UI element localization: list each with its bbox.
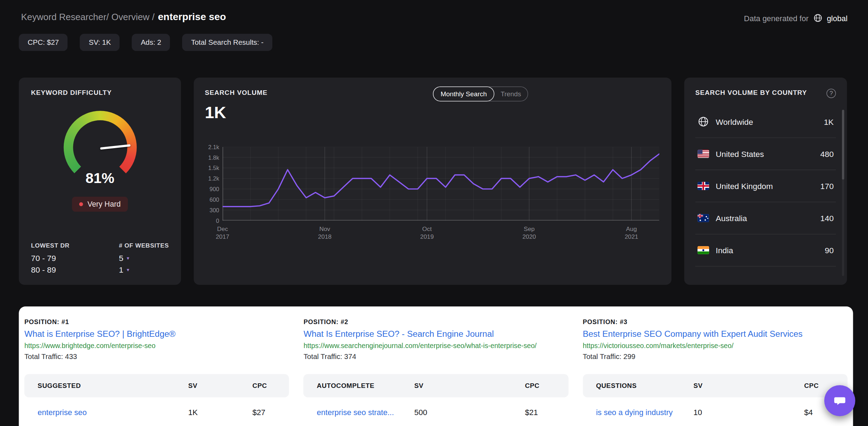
country-volume-title: SEARCH VOLUME BY COUNTRY — [695, 89, 807, 96]
column-header: QUESTIONS — [596, 382, 694, 390]
overview-cards: KEYWORD DIFFICULTY 81% Very Hard LOWEST … — [19, 78, 847, 285]
page-title-keyword: enterprise seo — [158, 11, 226, 22]
column-header: SV — [188, 382, 252, 390]
sv-cell: 1K — [188, 408, 252, 417]
lowest-dr-label: LOWEST DR — [31, 242, 69, 249]
table-header: SUGGESTED SV CPC — [24, 374, 289, 397]
scrollbar-thumb[interactable] — [842, 110, 844, 179]
badge-dot-icon — [79, 202, 83, 206]
country-row: Worldwide 1K — [695, 106, 836, 138]
keyword-link[interactable]: enterprise seo — [38, 408, 188, 417]
y-axis-label: 900 — [210, 185, 219, 192]
region-selector[interactable]: Data generated for global — [744, 13, 848, 23]
chat-button[interactable] — [824, 385, 855, 416]
sv-cell: 10 — [693, 408, 804, 417]
difficulty-badge-label: Very Hard — [87, 200, 120, 208]
region-label: Data generated for — [744, 14, 808, 23]
metric-chips: CPC: $27 SV: 1K Ads: 2 Total Search Resu… — [19, 34, 272, 51]
app-window: Keyword Researcher/ Overview /enterprise… — [0, 0, 868, 426]
result-title-link[interactable]: What Is Enterprise SEO? - Search Engine … — [304, 329, 569, 339]
result-url: https://victoriousseo.com/markets/enterp… — [583, 342, 848, 350]
y-axis-label: 1.8k — [208, 154, 219, 161]
position-label: POSITION: #2 — [304, 319, 569, 325]
scrollbar[interactable] — [842, 110, 844, 276]
country-row: United Kingdom 170 — [695, 170, 836, 202]
x-axis-label: Sep2020 — [522, 225, 536, 241]
result-traffic: Total Traffic: 299 — [583, 352, 848, 361]
cpc-chip: CPC: $27 — [19, 34, 68, 51]
result-url: https://www.brightedge.com/enterprise-se… — [24, 342, 289, 350]
table-header: AUTOCOMPLETE SV CPC — [304, 374, 569, 397]
country-value: 140 — [820, 214, 834, 223]
country-name: United States — [716, 150, 814, 158]
table-row: enterprise seo 1K $27 — [24, 397, 289, 426]
position-label: POSITION: #3 — [583, 319, 848, 325]
websites-count: 5 — [119, 253, 124, 264]
result-column-2: POSITION: #2 What Is Enterprise SEO? - S… — [304, 319, 569, 426]
country-row: United States 480 — [695, 138, 836, 170]
country-list: Worldwide 1K United States 480 United Ki… — [695, 106, 836, 267]
country-name: Worldwide — [716, 117, 817, 126]
x-axis-label: Dec2017 — [216, 225, 229, 241]
column-header: AUTOCOMPLETE — [317, 382, 414, 390]
result-traffic: Total Traffic: 433 — [24, 352, 289, 361]
questions-table: QUESTIONS SV CPC is seo a dying industry… — [583, 374, 848, 426]
country-value: 480 — [820, 150, 834, 158]
total-results-chip: Total Search Results: - — [182, 34, 272, 51]
result-title-link[interactable]: Best Enterprise SEO Company with Expert … — [583, 329, 848, 339]
column-header: CPC — [253, 382, 280, 390]
table-row: is seo a dying industry 10 $4 — [583, 397, 848, 426]
topbar: Keyword Researcher/ Overview /enterprise… — [21, 11, 848, 28]
suggested-table: SUGGESTED SV CPC enterprise seo 1K $27 — [24, 374, 289, 426]
websites-count-dropdown[interactable]: 5 ▾ — [119, 253, 169, 264]
x-axis-label: Aug2021 — [625, 225, 638, 241]
breadcrumb-path[interactable]: Keyword Researcher/ Overview / — [21, 12, 155, 22]
y-axis-label: 2.1k — [208, 144, 219, 150]
websites-count-dropdown[interactable]: 1 ▾ — [119, 264, 169, 276]
toggle-monthly-search[interactable]: Monthly Search — [433, 86, 495, 101]
us-flag-icon — [698, 150, 709, 158]
result-title-link[interactable]: What is Enterprise SEO? | BrightEdge® — [24, 329, 289, 339]
sv-chip: SV: 1K — [80, 34, 120, 51]
dr-stats: LOWEST DR 70 - 79 80 - 89 # OF WEBSITES … — [31, 242, 169, 276]
country-value: 1K — [824, 117, 834, 126]
help-icon[interactable]: ? — [826, 89, 836, 98]
country-value: 90 — [825, 246, 833, 255]
y-axis-label: 1.5k — [208, 165, 219, 171]
cpc-cell: $21 — [525, 408, 559, 417]
country-name: India — [716, 246, 818, 255]
column-header: CPC — [525, 382, 559, 390]
chart-mode-toggle: Monthly Search Trends — [433, 86, 528, 101]
result-traffic: Total Traffic: 374 — [304, 352, 569, 361]
table-header: QUESTIONS SV CPC — [583, 374, 848, 397]
websites-label: # OF WEBSITES — [119, 242, 169, 249]
dr-range: 70 - 79 — [31, 253, 69, 264]
search-volume-value: 1K — [205, 103, 660, 122]
keyword-difficulty-title: KEYWORD DIFFICULTY — [31, 89, 169, 96]
chevron-down-icon: ▾ — [127, 264, 129, 276]
country-name: United Kingdom — [716, 182, 814, 190]
search-volume-chart: 2.1k 1.8k 1.5k 1.2k 900 600 300 0 Dec201… — [205, 147, 659, 220]
top-results-panel: POSITION: #1 What is Enterprise SEO? | B… — [19, 306, 853, 426]
keyword-link[interactable]: enterprise seo strate... — [317, 408, 414, 417]
x-axis-label: Oct2019 — [420, 225, 434, 241]
result-url: https://www.searchenginejournal.com/ente… — [304, 342, 569, 350]
plot-area: Dec2017 Nov2018 Oct2019 Sep2020 Aug2021 — [223, 147, 659, 220]
websites-count: 1 — [119, 264, 124, 276]
volume-line-series — [223, 147, 659, 220]
y-axis-label: 600 — [210, 196, 219, 203]
table-row: enterprise seo strate... 500 $21 — [304, 397, 569, 426]
autocomplete-table: AUTOCOMPLETE SV CPC enterprise seo strat… — [304, 374, 569, 426]
globe-icon — [813, 13, 823, 23]
country-value: 170 — [820, 182, 834, 190]
x-axis-label: Nov2018 — [318, 225, 331, 241]
y-axis-label: 300 — [210, 207, 219, 213]
position-label: POSITION: #1 — [24, 319, 289, 325]
difficulty-badge: Very Hard — [72, 197, 128, 212]
india-flag-icon — [698, 246, 709, 255]
y-axis-label: 1.2k — [208, 175, 219, 182]
cpc-cell: $27 — [253, 408, 280, 417]
toggle-trends[interactable]: Trends — [494, 88, 528, 100]
breadcrumb[interactable]: Keyword Researcher/ Overview /enterprise… — [21, 12, 226, 22]
keyword-link[interactable]: is seo a dying industry — [596, 408, 694, 417]
